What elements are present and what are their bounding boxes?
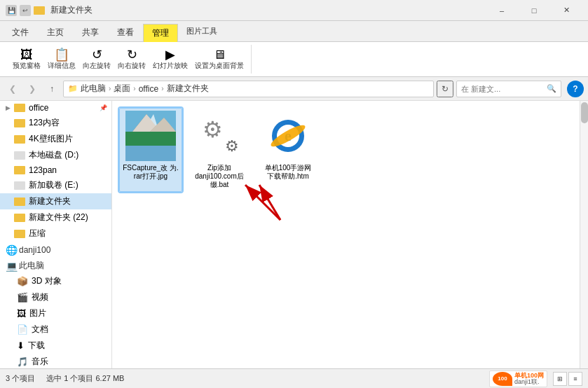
ribbon-tabs: 文件 主页 共享 查看 管理 图片工具 [0,21,588,42]
status-bar: 3 个项目 选中 1 个项目 6.27 MB 100 单机100网 danji1… [0,368,588,388]
section-label-danji[interactable]: danji100 [19,245,50,255]
search-box[interactable]: 🔍 [456,81,561,97]
path-sep-3: › [161,85,163,92]
scrollbar-thumb[interactable] [581,102,588,123]
sidebar-label-4k: 4K壁纸图片 [29,133,73,145]
rotate-right-icon: ↻ [127,48,137,61]
view-btn-grid[interactable]: ⊞ [553,372,567,386]
logo-icon: 100 [493,372,512,386]
sidebar-label-pan: 123pan [29,165,57,175]
file-thumbnail-0 [125,111,176,161]
sidebar-label-disk-e: 新加载卷 (E:) [29,179,78,191]
sidebar-item-newfolder[interactable]: 新建文件夹 [0,193,111,209]
sidebar-item-music[interactable]: 🎵 音乐 [0,354,111,368]
view-btn-list[interactable]: ≡ [568,372,582,386]
ribbon-btns-row: 🖼 预览窗格 📋 详细信息 ↺ 向左旋转 ↻ 向右旋转 ▶ 幻灯片放映 🖥 设 [10,47,247,72]
section-label-pc[interactable]: 此电脑 [19,260,44,272]
sidebar-item-zip[interactable]: 压缩 [0,226,111,242]
preview-icon: 🖼 [20,48,33,61]
view-buttons: ⊞ ≡ [553,372,582,386]
file-thumbnail-1: ⚙ ⚙ [194,111,245,161]
ribbon-btn-rotate-right[interactable]: ↻ 向右旋转 [115,47,149,72]
ribbon-toolbar: 🖼 预览窗格 📋 详细信息 ↺ 向左旋转 ↻ 向右旋转 ▶ 幻灯片放映 🖥 设 [0,42,588,77]
tab-file[interactable]: 文件 [3,23,38,41]
sidebar-item-disk-d[interactable]: 本地磁盘 (D:) [0,147,111,163]
file-item-1[interactable]: ⚙ ⚙ Zip添加 danji100.com后 缀.bat [188,108,251,192]
up-button[interactable]: ↑ [43,81,60,97]
search-input[interactable] [461,85,547,93]
sidebar-item-docs[interactable]: 📄 文档 [0,321,111,338]
ribbon-btn-set-background[interactable]: 🖥 设置为桌面背景 [192,47,247,72]
sidebar-label-pictures: 图片 [29,307,46,319]
pc-icon: 💻 [6,261,18,272]
sidebar-item-video[interactable]: 🎬 视频 [0,289,111,305]
quick-access-save[interactable]: 💾 [6,5,17,16]
selected-info: 选中 1 个项目 6.27 MB [46,373,124,384]
quick-access-undo[interactable]: ↩ [20,5,31,16]
music-icon: 🎵 [17,356,28,367]
file-thumbnail-2: e [263,111,313,161]
sidebar-item-123content[interactable]: 123内容 [0,115,111,131]
scrollbar[interactable] [580,101,588,368]
background-icon: 🖥 [213,48,226,61]
address-path[interactable]: 📁 此电脑 › 桌面 › office › 新建文件夹 [63,81,434,97]
sidebar-item-4k[interactable]: 4K壁纸图片 [0,131,111,147]
maximize-button[interactable]: □ [518,0,550,21]
title-bar: 💾 ↩ 新建文件夹 – □ ✕ [0,0,588,21]
ribbon-btn-slideshow[interactable]: ▶ 幻灯片放映 [150,47,191,72]
tab-share[interactable]: 共享 [73,23,108,41]
path-computer[interactable]: 此电脑 [81,83,106,95]
expand-icon: ▶ [6,104,13,111]
help-button[interactable]: ? [567,81,584,97]
path-newfolder[interactable]: 新建文件夹 [167,83,209,95]
3d-icon: 📦 [17,276,28,286]
file-item-2[interactable]: e 单机100手游网 下载帮助.htm [257,108,320,192]
sidebar-item-newfolder22[interactable]: 新建文件夹 (22) [0,209,111,226]
tab-pictures-tools[interactable]: 图片工具 [181,26,223,36]
minimize-button[interactable]: – [486,0,518,21]
status-right: 100 单机100网 danji1联. ⊞ ≡ [489,370,582,387]
ribbon-btn-rotate-left[interactable]: ↺ 向左旋转 [80,47,114,72]
path-pc[interactable]: 📁 [68,84,78,93]
close-button[interactable]: ✕ [550,0,582,21]
gear-big-icon: ⚙ [203,116,223,143]
ribbon-btn-details[interactable]: 📋 详细信息 [45,47,78,72]
sidebar-item-pictures[interactable]: 🖼 图片 [0,305,111,321]
sidebar-item-3d[interactable]: 📦 3D 对象 [0,273,111,289]
mountain-svg [125,111,176,161]
path-desktop[interactable]: 桌面 [114,83,130,95]
sidebar-label-docs: 文档 [32,324,48,335]
back-button[interactable]: ❮ [4,81,21,97]
status-logo: 100 单机100网 danji1联. [489,370,547,387]
file-item-0[interactable]: FSCapture_改 为.rar打开.jpg [119,108,182,192]
drive-icon [14,151,25,160]
logo-text-area: 单机100网 danji1联. [514,373,544,385]
sidebar-item-123pan[interactable]: 123pan [0,163,111,177]
tab-view[interactable]: 查看 [108,23,143,41]
ie-container: e [268,116,308,155]
address-bar: ❮ ❯ ↑ 📁 此电脑 › 桌面 › office › 新建文件夹 ↻ 🔍 ? [0,77,588,101]
svg-rect-1 [125,132,176,146]
file-label-1: Zip添加 danji100.com后 缀.bat [195,164,243,189]
folder-icon [34,6,45,15]
sidebar-label-123: 123内容 [29,117,60,129]
sidebar-label-office: office [29,103,48,113]
sidebar-section-pc: 💻 此电脑 [0,257,111,273]
sidebar-label-new: 新建文件夹 [29,195,71,207]
forward-button[interactable]: ❯ [24,81,41,97]
tab-manage[interactable]: 管理 [143,24,178,42]
sidebar-item-office[interactable]: ▶ office 📌 [0,101,111,115]
pin-icon: 📌 [100,104,107,111]
sidebar-item-downloads[interactable]: ⬇ 下载 [0,338,111,354]
sidebar-label-disk-d: 本地磁盘 (D:) [29,149,78,161]
sidebar-label-new22: 新建文件夹 (22) [29,212,88,223]
refresh-button[interactable]: ↻ [437,81,453,97]
path-office[interactable]: office [139,84,158,94]
ribbon-btn-preview[interactable]: 🖼 预览窗格 [10,47,43,72]
sidebar-section-danji: 🌐 danji100 [0,242,111,257]
main-area: ▶ office 📌 123内容 4K壁纸图片 本地磁盘 (D:) 123pan… [0,101,588,368]
sidebar-item-disk-e[interactable]: 新加载卷 (E:) [0,177,111,193]
ribbon-section-view: 🖼 预览窗格 📋 详细信息 ↺ 向左旋转 ↻ 向右旋转 ▶ 幻灯片放映 🖥 设 [6,45,252,74]
logo-text-2: danji1联. [514,379,544,385]
tab-home[interactable]: 主页 [38,23,73,41]
